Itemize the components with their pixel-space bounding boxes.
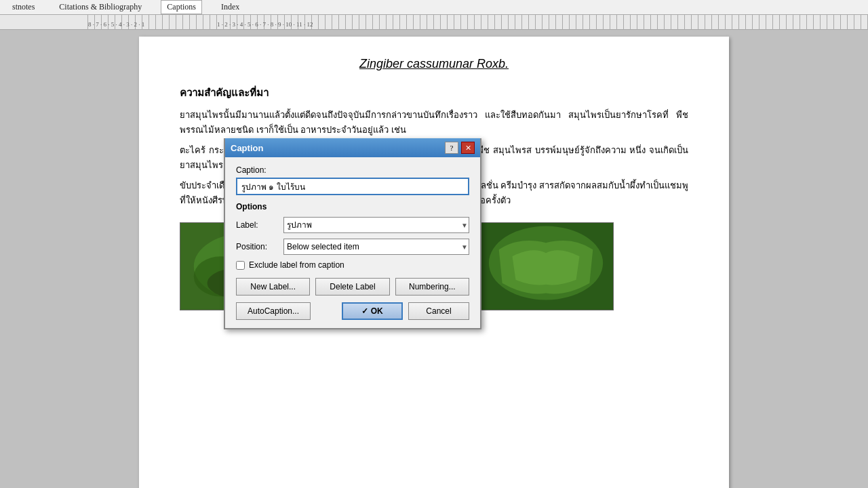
- caption-input[interactable]: [236, 178, 469, 195]
- caption-dialog: Caption ? ✕ Caption: Options Label: รูปภ…: [224, 138, 481, 329]
- position-select[interactable]: Below selected item: [283, 239, 469, 255]
- dialog-overlay: Caption ? ✕ Caption: Options Label: รูปภ…: [0, 30, 868, 488]
- position-field-label: Position:: [236, 242, 283, 251]
- dialog-title: Caption: [231, 143, 263, 153]
- main-action-buttons: AutoCaption... ✓ OK Cancel: [236, 302, 469, 320]
- toolbar: stnotes Citations & Bibliography Caption…: [0, 0, 868, 15]
- options-label: Options: [236, 202, 469, 211]
- dialog-close-button[interactable]: ✕: [461, 142, 475, 154]
- dialog-content: Caption: Options Label: รูปภาพ ▼ Positio…: [225, 157, 480, 328]
- label-select[interactable]: รูปภาพ: [283, 217, 469, 233]
- label-field-label: Label:: [236, 220, 283, 230]
- dialog-controls: ? ✕: [445, 142, 475, 154]
- delete-label-button[interactable]: Delete Label: [315, 278, 389, 296]
- new-label-button[interactable]: New Label...: [236, 278, 310, 296]
- toolbar-index[interactable]: Index: [216, 1, 245, 14]
- position-field-row: Position: Below selected item ▼: [236, 239, 469, 255]
- ruler: 8 · 7 · 6 · 5 · 4 · 3 · 2 · 1 1 · 2 · 3 …: [0, 15, 868, 30]
- toolbar-footnotes[interactable]: stnotes: [7, 1, 40, 14]
- position-select-wrap: Below selected item ▼: [283, 239, 469, 255]
- exclude-label-row: Exclude label from caption: [236, 260, 469, 270]
- toolbar-captions[interactable]: Captions: [161, 0, 202, 14]
- ruler-markings: 8 · 7 · 6 · 5 · 4 · 3 · 2 · 1 1 · 2 · 3 …: [81, 15, 868, 29]
- autocaption-button[interactable]: AutoCaption...: [236, 302, 311, 320]
- label-field-row: Label: รูปภาพ ▼: [236, 217, 469, 233]
- ok-cancel-buttons: ✓ OK Cancel: [342, 302, 469, 320]
- ok-button[interactable]: ✓ OK: [342, 302, 403, 320]
- cancel-button[interactable]: Cancel: [408, 302, 469, 320]
- document-area: Zingiber cassumunar Roxb. ความสำคัญและที…: [0, 30, 868, 488]
- numbering-button[interactable]: Numbering...: [395, 278, 469, 296]
- label-select-wrap: รูปภาพ ▼: [283, 217, 469, 233]
- label-action-buttons: New Label... Delete Label Numbering...: [236, 278, 469, 296]
- exclude-label-checkbox[interactable]: [236, 261, 245, 270]
- caption-label: Caption:: [236, 165, 469, 175]
- toolbar-citations[interactable]: Citations & Bibliography: [54, 1, 147, 14]
- exclude-label-text[interactable]: Exclude label from caption: [249, 260, 344, 270]
- dialog-titlebar[interactable]: Caption ? ✕: [225, 138, 480, 157]
- dialog-help-button[interactable]: ?: [445, 142, 458, 154]
